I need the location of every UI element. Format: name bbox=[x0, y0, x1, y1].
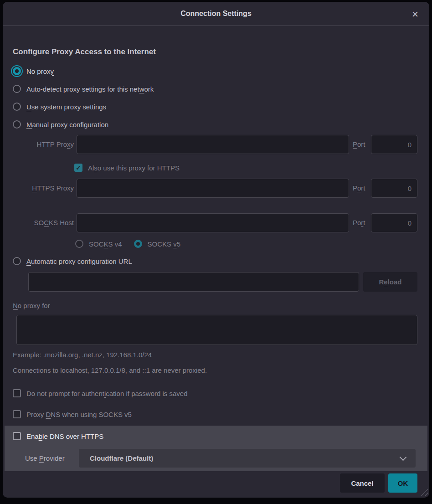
radio-row-no-proxy[interactable]: No proxy bbox=[13, 66, 54, 76]
resize-grip-icon[interactable] bbox=[421, 489, 428, 496]
no-proxy-example-text: Example: .mozilla.org, .net.nz, 192.168.… bbox=[13, 351, 152, 359]
radio-socks-v4[interactable] bbox=[75, 240, 83, 248]
auto-url-input[interactable] bbox=[28, 272, 359, 292]
screen: Connection Settings ✕ Configure Proxy Ac… bbox=[0, 0, 432, 504]
enable-doh-row[interactable]: ✓ Enable DNS over HTTPS bbox=[13, 431, 103, 441]
close-icon: ✕ bbox=[411, 9, 419, 20]
also-https-row[interactable]: ✓ Also use this proxy for HTTPS bbox=[74, 163, 180, 173]
http-port-input[interactable] bbox=[371, 135, 417, 154]
radio-row-auto-url[interactable]: Automatic proxy configuration URL bbox=[13, 256, 132, 266]
http-port-label: Port bbox=[353, 135, 369, 154]
radio-label: Manual proxy configuration bbox=[26, 121, 108, 129]
provider-selected-value: Cloudflare (Default) bbox=[90, 454, 153, 462]
radio-no-proxy[interactable] bbox=[13, 67, 21, 75]
proxy-dns-checkbox[interactable]: ✓ bbox=[13, 410, 21, 418]
socks-port-input[interactable] bbox=[371, 213, 417, 232]
check-icon: ✓ bbox=[76, 165, 81, 171]
proxy-dns-row[interactable]: ✓ Proxy DNS when using SOCKS v5 bbox=[13, 409, 132, 419]
radio-label: Use system proxy settings bbox=[26, 103, 106, 111]
proxy-dns-label: Proxy DNS when using SOCKS v5 bbox=[26, 411, 132, 418]
use-provider-label: Use Provider bbox=[25, 449, 65, 468]
radio-manual-proxy[interactable] bbox=[13, 120, 21, 129]
socks-v5-label: SOCKS v5 bbox=[148, 240, 181, 248]
no-prompt-auth-checkbox[interactable]: ✓ bbox=[13, 389, 21, 397]
radio-label: No proxy bbox=[26, 67, 54, 75]
http-proxy-input[interactable] bbox=[77, 135, 349, 154]
dialog-titlebar: Connection Settings ✕ bbox=[3, 2, 429, 26]
radio-socks-v5[interactable] bbox=[134, 240, 142, 248]
provider-select[interactable]: Cloudflare (Default) bbox=[79, 449, 416, 468]
auto-url-label: Automatic proxy configuration URL bbox=[26, 257, 132, 265]
no-prompt-auth-label: Do not prompt for authentication if pass… bbox=[26, 390, 188, 397]
reload-button[interactable]: Reload bbox=[363, 272, 417, 292]
cancel-button[interactable]: Cancel bbox=[340, 473, 385, 493]
enable-doh-checkbox[interactable]: ✓ bbox=[13, 432, 21, 440]
socks-port-label: Port bbox=[353, 213, 369, 232]
https-port-input[interactable] bbox=[371, 179, 417, 198]
https-proxy-input[interactable] bbox=[77, 179, 349, 198]
https-port-label: Port bbox=[353, 179, 369, 198]
connection-settings-dialog: Connection Settings ✕ Configure Proxy Ac… bbox=[3, 2, 429, 498]
socks-v4-label: SOCKS v4 bbox=[89, 240, 122, 248]
radio-auto-detect[interactable] bbox=[13, 85, 21, 93]
socks-v4-option[interactable]: SOCKS v4 bbox=[75, 240, 122, 248]
no-proxy-for-textarea[interactable] bbox=[16, 315, 417, 345]
doh-section: ✓ Enable DNS over HTTPS Use Provider Clo… bbox=[5, 426, 427, 471]
socks-host-input[interactable] bbox=[77, 213, 349, 232]
enable-doh-label: Enable DNS over HTTPS bbox=[26, 432, 103, 440]
localhost-note-text: Connections to localhost, 127.0.0.1/8, a… bbox=[13, 366, 207, 374]
socks-version-row: SOCKS v4 SOCKS v5 bbox=[75, 239, 180, 249]
no-prompt-auth-row[interactable]: ✓ Do not prompt for authentication if pa… bbox=[13, 388, 188, 398]
close-button[interactable]: ✕ bbox=[409, 8, 421, 20]
dialog-title: Connection Settings bbox=[180, 10, 252, 18]
radio-auto-url[interactable] bbox=[13, 257, 21, 265]
page-title: Configure Proxy Access to the Internet bbox=[13, 47, 156, 57]
radio-row-manual-proxy[interactable]: Manual proxy configuration bbox=[13, 119, 108, 129]
chevron-down-icon bbox=[400, 454, 407, 461]
radio-system-proxy[interactable] bbox=[13, 103, 21, 111]
https-proxy-label: HTTPS Proxy bbox=[13, 179, 74, 198]
http-proxy-label: HTTP Proxy bbox=[13, 135, 74, 154]
also-https-label: Also use this proxy for HTTPS bbox=[88, 164, 180, 172]
also-https-checkbox[interactable]: ✓ bbox=[74, 164, 82, 172]
ok-button[interactable]: OK bbox=[388, 473, 417, 493]
socks-host-label: SOCKS Host bbox=[13, 213, 74, 232]
radio-label: Auto-detect proxy settings for this netw… bbox=[26, 85, 154, 93]
socks-v5-option[interactable]: SOCKS v5 bbox=[134, 240, 181, 248]
radio-row-system-proxy[interactable]: Use system proxy settings bbox=[13, 102, 106, 112]
radio-row-auto-detect[interactable]: Auto-detect proxy settings for this netw… bbox=[13, 84, 154, 94]
no-proxy-for-label: No proxy for bbox=[13, 302, 50, 309]
